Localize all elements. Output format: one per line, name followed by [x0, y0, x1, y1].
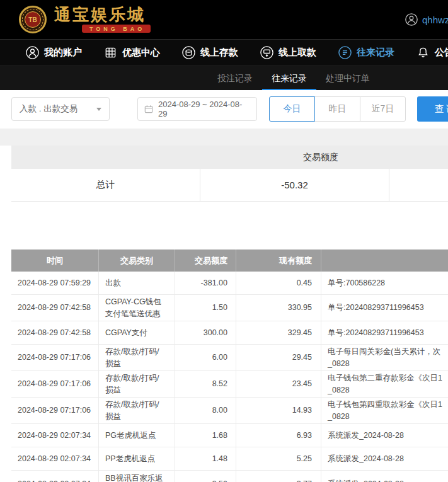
column-header-balance: 现有额度 [236, 250, 321, 272]
cell-balance: 0.45 [236, 272, 321, 294]
cell-amount: 1.68 [175, 424, 236, 447]
withdraw-money-icon [260, 45, 274, 60]
cell-summary: 单号:202408293711996453 [321, 295, 448, 321]
nav-item-deposit[interactable]: 线上存款 [181, 45, 238, 60]
quick-range-group: 今日 昨日 近7日 [269, 96, 406, 122]
sub-nav: 投注记录 往来记录 处理中订单 [0, 66, 448, 90]
brand-logo[interactable]: TB 通宝娱乐城 TONG BAO [19, 6, 151, 33]
summary-total-value: -50.32 [200, 169, 389, 201]
table-row: 2024-08-29 07:17:06 存款/取款/打码/ 损益 6.00 29… [11, 345, 448, 371]
quick-last7days-button[interactable]: 近7日 [360, 96, 406, 122]
cell-summary: 单号:700586228 [321, 272, 448, 294]
cell-time: 2024-08-29 07:17:06 [11, 345, 99, 370]
cell-amount: 6.00 [175, 345, 236, 370]
user-avatar-icon [405, 13, 418, 26]
cell-summary: 电子钱包第四重取款彩金《次日1 _0828 [321, 398, 448, 423]
cell-type: 存款/取款/打码/ 损益 [99, 371, 175, 397]
main-nav: 我的账户 优惠中心 线上存款 [0, 39, 448, 66]
cell-balance: 29.45 [236, 345, 321, 370]
nav-item-promotions[interactable]: 优惠中心 [103, 45, 160, 60]
table-row: 2024-08-29 07:17:06 存款/取款/打码/ 损益 8.00 14… [11, 398, 448, 424]
cell-amount: 300.00 [175, 321, 236, 344]
user-account[interactable]: qhhwz [405, 0, 448, 39]
summary-header: 交易额度 [11, 146, 448, 169]
cell-type: PG老虎机返点 [99, 424, 175, 447]
cell-summary: 电子钱包第二重存款彩金《次日1 _0828 [321, 371, 448, 397]
nav-item-my-account[interactable]: 我的账户 [25, 45, 82, 60]
table-row: 2024-08-29 07:42:58 CGPAY-CG钱包 支付笔笔送优惠 1… [11, 295, 448, 321]
cell-summary: 电子每日闯关彩金(当天累计，次 _0828 [321, 345, 448, 370]
quick-yesterday-button[interactable]: 昨日 [314, 96, 360, 122]
cell-amount: 1.48 [175, 447, 236, 470]
cell-time: 2024-08-29 02:07:34 [11, 471, 99, 482]
cell-summary: 系统派发_2024-08-28 [321, 447, 448, 470]
cell-type: 存款/取款/打码/ 损益 [99, 398, 175, 423]
summary-empty-cell [389, 169, 448, 201]
cell-amount: 3.50 [175, 471, 236, 482]
brand-coin-icon: TB [19, 6, 47, 33]
cell-summary: 单号:202408293711996453 [321, 321, 448, 344]
table-row: 2024-08-29 07:42:58 CGPAY支付 300.00 329.4… [11, 321, 448, 345]
cell-balance: 23.45 [236, 371, 321, 397]
nav-item-label: 线上取款 [279, 47, 316, 59]
brand-name-cn: 通宝娱乐城 [54, 6, 151, 23]
tab-processing-orders[interactable]: 处理中订单 [316, 66, 379, 91]
tab-betting-records[interactable]: 投注记录 [208, 66, 262, 91]
nav-item-label: 我的账户 [44, 47, 82, 59]
summary-total-row: 总计 -50.32 [11, 169, 448, 202]
promotions-grid-icon [103, 45, 118, 60]
records-list-icon [338, 45, 352, 60]
nav-item-label: 优惠中心 [122, 47, 160, 59]
cell-amount: -381.00 [175, 272, 236, 294]
username: qhhwz [422, 14, 448, 25]
nav-item-label: 往来记录 [357, 47, 394, 59]
cell-type: 出款 [99, 272, 175, 294]
cell-summary: 系统派发_2024-08-28 [321, 471, 448, 482]
deposit-coin-icon [181, 45, 196, 60]
table-row: 2024-08-29 02:07:34 BB视讯百家乐返 点 3.50 3.77… [11, 471, 448, 482]
filter-bar: 入款 . 出款交易 2024-08-29 ~ 2024-08-29 今日 昨日 … [0, 90, 448, 129]
table-header-row: 时间 交易类别 交易额度 现有额度 摘要 [11, 250, 448, 272]
nav-item-records[interactable]: 往来记录 [338, 45, 394, 60]
nav-item-label: 线上存款 [200, 47, 238, 59]
cell-balance: 329.45 [236, 321, 321, 344]
brand-text: 通宝娱乐城 TONG BAO [54, 6, 151, 33]
search-button[interactable]: 查询 [417, 96, 448, 122]
tab-transaction-records[interactable]: 往来记录 [262, 66, 316, 91]
cell-balance: 330.95 [236, 295, 321, 321]
cell-time: 2024-08-29 07:59:29 [11, 272, 99, 294]
cell-balance: 5.25 [236, 447, 321, 470]
column-header-amount: 交易额度 [175, 250, 236, 272]
summary-total-label: 总计 [11, 169, 200, 201]
cell-time: 2024-08-29 02:07:34 [11, 447, 99, 470]
brand-tb-monogram: TB [25, 11, 41, 28]
records-table: 时间 交易类别 交易额度 现有额度 摘要 2024-08-29 07:59:29… [11, 250, 448, 482]
quick-today-button[interactable]: 今日 [269, 96, 315, 122]
cell-type: BB视讯百家乐返 点 [99, 471, 175, 482]
cell-time: 2024-08-29 07:17:06 [11, 371, 99, 397]
transaction-type-select[interactable]: 入款 . 出款交易 [11, 97, 110, 121]
column-header-summary: 摘要 [321, 250, 448, 272]
calendar-icon [144, 104, 154, 114]
transaction-type-value: 入款 . 出款交易 [20, 103, 78, 115]
cell-summary: 系统派发_2024-08-28 [321, 424, 448, 447]
cell-balance: 6.93 [236, 424, 321, 447]
page: TB 通宝娱乐城 TONG BAO qhhwz [0, 0, 448, 482]
date-range-input[interactable]: 2024-08-29 ~ 2024-08-29 [137, 97, 257, 121]
cell-time: 2024-08-29 07:42:58 [11, 295, 99, 321]
nav-item-announcements[interactable]: 公告 [416, 45, 448, 60]
summary-table: 交易额度 总计 -50.32 [11, 146, 448, 202]
nav-item-withdraw[interactable]: 线上取款 [260, 45, 316, 60]
cell-amount: 8.00 [175, 398, 236, 423]
table-row: 2024-08-29 02:07:34 PG老虎机返点 1.68 6.93 系统… [11, 424, 448, 447]
cell-balance: 3.77 [236, 471, 321, 482]
nav-item-label: 公告 [435, 47, 448, 59]
cell-time: 2024-08-29 07:42:58 [11, 321, 99, 344]
column-header-type: 交易类别 [99, 250, 175, 272]
cell-amount: 8.52 [175, 371, 236, 397]
cell-time: 2024-08-29 07:17:06 [11, 398, 99, 423]
table-row: 2024-08-29 07:17:06 存款/取款/打码/ 损益 8.52 23… [11, 371, 448, 398]
brand-name-en: TONG BAO [82, 25, 151, 33]
cell-type: PP老虎机返点 [99, 447, 175, 470]
cell-amount: 1.50 [175, 295, 236, 321]
